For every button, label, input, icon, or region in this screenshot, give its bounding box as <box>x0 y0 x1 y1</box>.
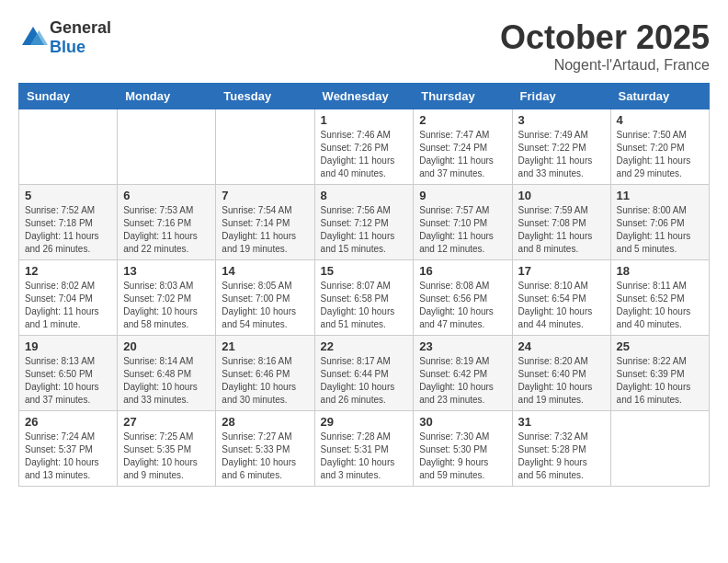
day-number: 14 <box>222 264 308 278</box>
day-info: Sunrise: 8:19 AMSunset: 6:42 PMDaylight:… <box>419 355 506 407</box>
calendar-cell: 24Sunrise: 8:20 AMSunset: 6:40 PMDayligh… <box>512 336 610 411</box>
calendar-cell: 26Sunrise: 7:24 AMSunset: 5:37 PMDayligh… <box>19 411 118 487</box>
day-info: Sunrise: 7:54 AMSunset: 7:14 PMDaylight:… <box>222 204 308 256</box>
day-number: 8 <box>321 189 408 202</box>
calendar-cell: 3Sunrise: 7:49 AMSunset: 7:22 PMDaylight… <box>512 109 610 185</box>
logo-blue: Blue <box>50 38 85 56</box>
day-info: Sunrise: 8:20 AMSunset: 6:40 PMDaylight:… <box>518 355 605 407</box>
day-info: Sunrise: 8:00 AMSunset: 7:06 PMDaylight:… <box>617 204 703 256</box>
calendar-cell: 29Sunrise: 7:28 AMSunset: 5:31 PMDayligh… <box>314 411 414 487</box>
day-info: Sunrise: 7:57 AMSunset: 7:10 PMDaylight:… <box>419 204 506 256</box>
calendar-cell: 27Sunrise: 7:25 AMSunset: 5:35 PMDayligh… <box>118 411 216 487</box>
logo-general: General <box>50 18 111 37</box>
day-number: 18 <box>617 264 703 278</box>
page-header: General Blue October 2025 Nogent-l'Artau… <box>18 18 710 74</box>
day-info: Sunrise: 8:17 AMSunset: 6:44 PMDaylight:… <box>321 355 408 407</box>
weekday-header: Thursday <box>414 84 512 109</box>
day-number: 31 <box>518 415 605 429</box>
calendar-cell: 28Sunrise: 7:27 AMSunset: 5:33 PMDayligh… <box>216 411 314 487</box>
weekday-header: Saturday <box>610 84 709 109</box>
day-number: 1 <box>321 113 408 127</box>
day-number: 20 <box>123 339 210 353</box>
calendar-cell <box>118 109 216 185</box>
calendar-cell: 9Sunrise: 7:57 AMSunset: 7:10 PMDaylight… <box>414 185 512 260</box>
day-info: Sunrise: 7:28 AMSunset: 5:31 PMDaylight:… <box>321 431 408 482</box>
day-number: 13 <box>123 264 210 278</box>
calendar-week-row: 19Sunrise: 8:13 AMSunset: 6:50 PMDayligh… <box>19 336 710 411</box>
day-number: 27 <box>123 415 210 429</box>
logo-icon <box>18 23 48 52</box>
day-info: Sunrise: 8:10 AMSunset: 6:54 PMDaylight:… <box>518 280 605 331</box>
day-number: 11 <box>617 189 703 202</box>
calendar-cell: 16Sunrise: 8:08 AMSunset: 6:56 PMDayligh… <box>414 260 512 336</box>
day-number: 25 <box>617 339 703 353</box>
day-info: Sunrise: 7:25 AMSunset: 5:35 PMDaylight:… <box>123 431 210 482</box>
calendar-cell: 25Sunrise: 8:22 AMSunset: 6:39 PMDayligh… <box>610 336 709 411</box>
calendar-header-row: SundayMondayTuesdayWednesdayThursdayFrid… <box>19 84 710 109</box>
day-number: 17 <box>518 264 605 278</box>
calendar-cell <box>610 411 709 487</box>
day-number: 3 <box>518 113 605 127</box>
calendar-cell <box>19 109 118 185</box>
calendar-cell: 7Sunrise: 7:54 AMSunset: 7:14 PMDaylight… <box>216 185 314 260</box>
calendar-cell: 4Sunrise: 7:50 AMSunset: 7:20 PMDaylight… <box>610 109 709 185</box>
weekday-header: Tuesday <box>216 84 314 109</box>
calendar-cell: 17Sunrise: 8:10 AMSunset: 6:54 PMDayligh… <box>512 260 610 336</box>
day-number: 6 <box>123 189 210 202</box>
calendar-cell: 20Sunrise: 8:14 AMSunset: 6:48 PMDayligh… <box>118 336 216 411</box>
day-info: Sunrise: 8:13 AMSunset: 6:50 PMDaylight:… <box>25 355 111 407</box>
day-number: 28 <box>222 415 308 429</box>
logo: General Blue <box>18 18 111 57</box>
day-number: 4 <box>617 113 703 127</box>
calendar-table: SundayMondayTuesdayWednesdayThursdayFrid… <box>18 83 710 487</box>
calendar-cell: 19Sunrise: 8:13 AMSunset: 6:50 PMDayligh… <box>19 336 118 411</box>
title-area: October 2025 Nogent-l'Artaud, France <box>500 18 710 74</box>
day-number: 7 <box>222 189 308 202</box>
day-info: Sunrise: 7:32 AMSunset: 5:28 PMDaylight:… <box>518 431 605 482</box>
calendar-cell: 15Sunrise: 8:07 AMSunset: 6:58 PMDayligh… <box>314 260 414 336</box>
calendar-cell: 30Sunrise: 7:30 AMSunset: 5:30 PMDayligh… <box>414 411 512 487</box>
day-info: Sunrise: 7:47 AMSunset: 7:24 PMDaylight:… <box>419 129 506 180</box>
day-number: 5 <box>25 189 111 202</box>
day-info: Sunrise: 7:59 AMSunset: 7:08 PMDaylight:… <box>518 204 605 256</box>
calendar-week-row: 12Sunrise: 8:02 AMSunset: 7:04 PMDayligh… <box>19 260 710 336</box>
day-number: 26 <box>25 415 111 429</box>
day-info: Sunrise: 7:52 AMSunset: 7:18 PMDaylight:… <box>25 204 111 256</box>
calendar-cell: 13Sunrise: 8:03 AMSunset: 7:02 PMDayligh… <box>118 260 216 336</box>
day-number: 21 <box>222 339 308 353</box>
weekday-header: Wednesday <box>314 84 414 109</box>
day-info: Sunrise: 8:16 AMSunset: 6:46 PMDaylight:… <box>222 355 308 407</box>
calendar-week-row: 5Sunrise: 7:52 AMSunset: 7:18 PMDaylight… <box>19 185 710 260</box>
calendar-cell: 18Sunrise: 8:11 AMSunset: 6:52 PMDayligh… <box>610 260 709 336</box>
calendar-cell: 31Sunrise: 7:32 AMSunset: 5:28 PMDayligh… <box>512 411 610 487</box>
calendar-cell: 10Sunrise: 7:59 AMSunset: 7:08 PMDayligh… <box>512 185 610 260</box>
calendar-cell <box>216 109 314 185</box>
calendar-cell: 2Sunrise: 7:47 AMSunset: 7:24 PMDaylight… <box>414 109 512 185</box>
calendar-cell: 6Sunrise: 7:53 AMSunset: 7:16 PMDaylight… <box>118 185 216 260</box>
day-info: Sunrise: 7:49 AMSunset: 7:22 PMDaylight:… <box>518 129 605 180</box>
day-info: Sunrise: 8:08 AMSunset: 6:56 PMDaylight:… <box>419 280 506 331</box>
weekday-header: Friday <box>512 84 610 109</box>
calendar-week-row: 26Sunrise: 7:24 AMSunset: 5:37 PMDayligh… <box>19 411 710 487</box>
calendar-cell: 5Sunrise: 7:52 AMSunset: 7:18 PMDaylight… <box>19 185 118 260</box>
calendar-cell: 23Sunrise: 8:19 AMSunset: 6:42 PMDayligh… <box>414 336 512 411</box>
calendar-cell: 1Sunrise: 7:46 AMSunset: 7:26 PMDaylight… <box>314 109 414 185</box>
calendar-cell: 8Sunrise: 7:56 AMSunset: 7:12 PMDaylight… <box>314 185 414 260</box>
weekday-header: Sunday <box>19 84 118 109</box>
calendar-week-row: 1Sunrise: 7:46 AMSunset: 7:26 PMDaylight… <box>19 109 710 185</box>
day-info: Sunrise: 8:07 AMSunset: 6:58 PMDaylight:… <box>321 280 408 331</box>
day-number: 12 <box>25 264 111 278</box>
location-title: Nogent-l'Artaud, France <box>500 57 710 74</box>
day-info: Sunrise: 7:30 AMSunset: 5:30 PMDaylight:… <box>419 431 506 482</box>
day-info: Sunrise: 8:11 AMSunset: 6:52 PMDaylight:… <box>617 280 703 331</box>
calendar-cell: 14Sunrise: 8:05 AMSunset: 7:00 PMDayligh… <box>216 260 314 336</box>
day-number: 9 <box>419 189 506 202</box>
day-number: 23 <box>419 339 506 353</box>
month-title: October 2025 <box>500 18 710 57</box>
day-info: Sunrise: 8:14 AMSunset: 6:48 PMDaylight:… <box>123 355 210 407</box>
calendar-cell: 21Sunrise: 8:16 AMSunset: 6:46 PMDayligh… <box>216 336 314 411</box>
day-number: 29 <box>321 415 408 429</box>
day-info: Sunrise: 7:27 AMSunset: 5:33 PMDaylight:… <box>222 431 308 482</box>
day-number: 30 <box>419 415 506 429</box>
day-info: Sunrise: 7:46 AMSunset: 7:26 PMDaylight:… <box>321 129 408 180</box>
